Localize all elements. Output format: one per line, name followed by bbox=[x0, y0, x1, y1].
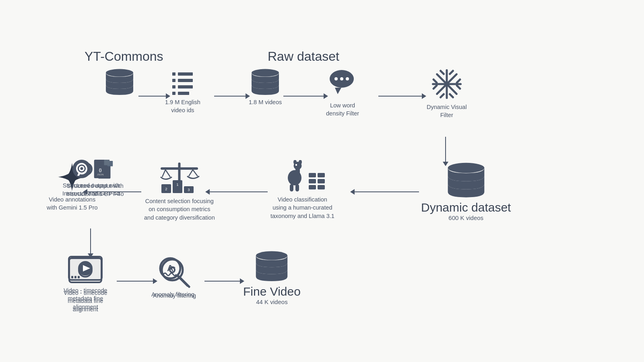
svg-point-13 bbox=[346, 77, 349, 80]
svg-rect-38 bbox=[309, 185, 316, 189]
svg-rect-74 bbox=[71, 276, 73, 278]
json-file-icon: {} JSON bbox=[93, 159, 111, 179]
svg-rect-39 bbox=[318, 173, 325, 177]
svg-rect-35 bbox=[295, 184, 299, 191]
svg-text:JSON: JSON bbox=[97, 173, 104, 176]
svg-rect-7 bbox=[172, 92, 175, 95]
svg-rect-34 bbox=[290, 184, 293, 191]
svg-text:2: 2 bbox=[165, 187, 167, 191]
svg-rect-41 bbox=[318, 185, 325, 189]
svg-rect-43 bbox=[161, 167, 198, 170]
svg-point-11 bbox=[334, 77, 338, 80]
svg-line-44 bbox=[162, 170, 165, 177]
svg-text:{}: {} bbox=[99, 168, 102, 172]
openai-circle-icon bbox=[72, 159, 92, 179]
svg-point-66 bbox=[256, 251, 287, 260]
svg-line-47 bbox=[193, 170, 198, 176]
svg-rect-37 bbox=[309, 179, 316, 183]
svg-rect-76 bbox=[78, 276, 80, 278]
svg-line-68 bbox=[178, 276, 188, 286]
svg-rect-75 bbox=[74, 276, 76, 278]
svg-rect-40 bbox=[318, 179, 325, 183]
svg-point-0 bbox=[106, 69, 133, 77]
svg-rect-2 bbox=[178, 72, 193, 76]
svg-rect-21 bbox=[439, 93, 445, 99]
svg-rect-8 bbox=[178, 92, 189, 95]
svg-point-79 bbox=[80, 167, 83, 170]
svg-rect-22 bbox=[448, 93, 454, 99]
svg-rect-4 bbox=[178, 79, 193, 82]
svg-text:1: 1 bbox=[176, 182, 178, 187]
svg-rect-1 bbox=[172, 72, 175, 76]
svg-rect-5 bbox=[172, 85, 175, 88]
svg-point-33 bbox=[295, 164, 297, 166]
svg-marker-14 bbox=[335, 88, 341, 94]
svg-text:A: A bbox=[167, 263, 173, 273]
svg-point-9 bbox=[252, 69, 279, 77]
svg-rect-3 bbox=[172, 79, 175, 82]
svg-point-27 bbox=[448, 163, 484, 173]
svg-rect-20 bbox=[448, 70, 454, 76]
svg-rect-81 bbox=[104, 160, 109, 165]
pipeline-diagram: YT-CommonsRaw dataset1.9 M Englishvideo … bbox=[40, 16, 604, 346]
svg-point-12 bbox=[340, 77, 343, 80]
svg-line-46 bbox=[189, 170, 193, 176]
svg-rect-36 bbox=[309, 173, 316, 177]
svg-rect-6 bbox=[178, 85, 193, 88]
svg-rect-19 bbox=[439, 70, 445, 76]
svg-text:3: 3 bbox=[188, 187, 190, 192]
svg-line-45 bbox=[165, 170, 170, 177]
